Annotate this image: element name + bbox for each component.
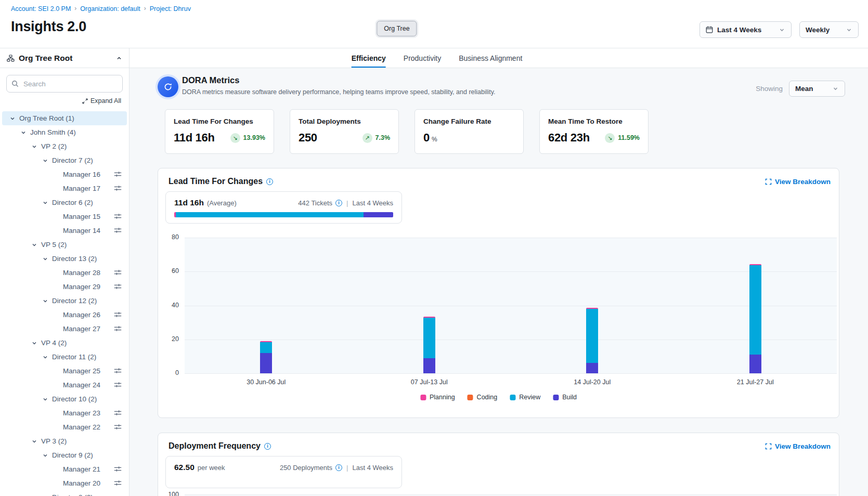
info-icon[interactable] (264, 443, 271, 450)
trend-badge: ↗7.3% (362, 133, 391, 143)
stacked-bar[interactable] (423, 317, 435, 373)
chevron-down-icon[interactable] (42, 354, 48, 360)
bar-segment-build (423, 358, 435, 373)
filter-icon[interactable] (114, 283, 122, 291)
deployment-frequency-card: Deployment Frequency View Breakdown 62.5… (158, 433, 839, 496)
tree-item[interactable]: VP 3 (2) (2, 434, 127, 448)
tree-item[interactable]: VP 4 (2) (2, 336, 127, 350)
legend-item-review[interactable]: Review (510, 394, 540, 401)
chevron-up-icon[interactable] (116, 55, 122, 61)
chevron-down-icon[interactable] (31, 242, 37, 248)
chevron-down-icon[interactable] (42, 494, 48, 496)
tree-item[interactable]: Director 8 (2) (2, 490, 127, 496)
tree-item[interactable]: Director 10 (2) (2, 392, 127, 406)
chevron-down-icon[interactable] (42, 200, 48, 206)
stacked-bar[interactable] (586, 308, 598, 373)
chevron-down-icon[interactable] (9, 115, 16, 122)
showing-select[interactable]: Mean (789, 81, 845, 97)
metric-label: Mean Time To Restore (548, 118, 640, 125)
chevron-down-icon[interactable] (42, 298, 48, 304)
granularity-select[interactable]: Weekly (799, 21, 859, 38)
legend-item-planning[interactable]: Planning (420, 394, 455, 401)
legend-item-coding[interactable]: Coding (468, 394, 498, 401)
filter-icon[interactable] (114, 185, 122, 193)
tree-item[interactable]: Manager 21 (2, 462, 127, 476)
chevron-down-icon[interactable] (42, 452, 48, 459)
showing-control: Showing Mean (756, 81, 845, 97)
filter-icon[interactable] (114, 325, 122, 333)
tree-item[interactable]: Director 6 (2) (2, 195, 127, 210)
tree-item[interactable]: Manager 26 (2, 308, 127, 322)
breadcrumb-project[interactable]: Project: Dhruv (150, 5, 191, 12)
tab-productivity[interactable]: Productivity (404, 48, 441, 68)
metric-value-row: 62d 23h↘11.59% (548, 131, 640, 145)
filter-icon[interactable] (114, 368, 122, 375)
tree-item[interactable]: VP 5 (2) (2, 238, 127, 252)
tree-item[interactable]: Manager 17 (2, 181, 127, 195)
filter-icon[interactable] (114, 480, 122, 488)
filter-icon[interactable] (114, 424, 122, 432)
tree-item-label: VP 2 (2) (41, 142, 67, 150)
org-tree-button[interactable]: Org Tree (377, 21, 417, 36)
bar-segment-build (586, 363, 598, 373)
search-input[interactable] (6, 75, 123, 93)
tree-item[interactable]: Manager 24 (2, 378, 127, 392)
date-range-select[interactable]: Last 4 Weeks (699, 21, 792, 38)
tree-item[interactable]: Org Tree Root (1) (2, 111, 127, 125)
tree-item[interactable]: Manager 23 (2, 406, 127, 420)
tree-item[interactable]: VP 2 (2) (2, 139, 127, 153)
tree-item[interactable]: Manager 28 (2, 266, 127, 280)
legend-item-build[interactable]: Build (553, 394, 577, 401)
stacked-bar[interactable] (749, 264, 761, 373)
filter-icon[interactable] (114, 213, 122, 221)
filter-icon[interactable] (114, 382, 122, 389)
tree-item-label: Manager 22 (63, 423, 100, 431)
tree-item[interactable]: Manager 22 (2, 420, 127, 434)
chevron-down-icon[interactable] (31, 143, 37, 150)
stacked-bar[interactable] (260, 341, 272, 373)
tree-item-label: Director 11 (2) (52, 353, 96, 361)
breadcrumb-account[interactable]: Account: SEI 2.0 PM (11, 5, 71, 12)
tree-item[interactable]: Manager 29 (2, 280, 127, 294)
tree-item[interactable]: Director 11 (2) (2, 350, 127, 364)
metric-value-row: 250↗7.3% (299, 131, 390, 145)
tree-item[interactable]: Manager 15 (2, 210, 127, 224)
chevron-down-icon[interactable] (20, 129, 27, 136)
tree-item[interactable]: John Smith (4) (2, 125, 127, 139)
y-axis-tick: 60 (158, 267, 179, 275)
breadcrumb-organization[interactable]: Organization: default (80, 5, 140, 12)
filter-icon[interactable] (114, 227, 122, 235)
deployment-title: Deployment Frequency (169, 441, 271, 451)
filter-icon[interactable] (114, 171, 122, 179)
tree-item[interactable]: Manager 25 (2, 364, 127, 378)
chevron-down-icon[interactable] (42, 256, 48, 262)
metric-value-row: 11d 16h↘13.93% (174, 131, 265, 145)
filter-icon[interactable] (114, 410, 122, 417)
tree-item[interactable]: Director 13 (2) (2, 252, 127, 266)
deployment-summary: 62.50 per week 250 Deployments | Last 4 … (165, 456, 402, 488)
tabs: EfficiencyProductivityBusiness Alignment (352, 48, 523, 68)
chevron-down-icon[interactable] (31, 438, 37, 445)
tree-item[interactable]: Manager 27 (2, 322, 127, 336)
chevron-down-icon[interactable] (31, 340, 37, 346)
expand-all-button[interactable]: Expand All (0, 95, 129, 108)
deployment-card-head: Deployment Frequency View Breakdown (169, 441, 831, 451)
chevron-down-icon[interactable] (42, 158, 48, 164)
tree-item-label: Director 9 (2) (52, 451, 93, 459)
tree-item[interactable]: Manager 16 (2, 167, 127, 181)
tree-item[interactable]: Director 7 (2) (2, 153, 127, 167)
chevron-down-icon[interactable] (42, 396, 48, 402)
tree-item[interactable]: Director 12 (2) (2, 294, 127, 308)
deployment-view-breakdown-link[interactable]: View Breakdown (765, 442, 831, 450)
tab-efficiency[interactable]: Efficiency (352, 48, 386, 68)
tree-item[interactable]: Manager 20 (2, 476, 127, 490)
tree-item[interactable]: Manager 14 (2, 224, 127, 238)
filter-icon[interactable] (114, 269, 122, 277)
filter-icon[interactable] (114, 466, 122, 474)
filter-icon[interactable] (114, 311, 122, 319)
info-icon[interactable] (335, 464, 342, 471)
tree-item[interactable]: Director 9 (2) (2, 448, 127, 462)
metric-value-row: 0% (423, 131, 515, 145)
tree-item-label: Director 6 (2) (52, 199, 93, 206)
tab-business-alignment[interactable]: Business Alignment (459, 48, 522, 68)
